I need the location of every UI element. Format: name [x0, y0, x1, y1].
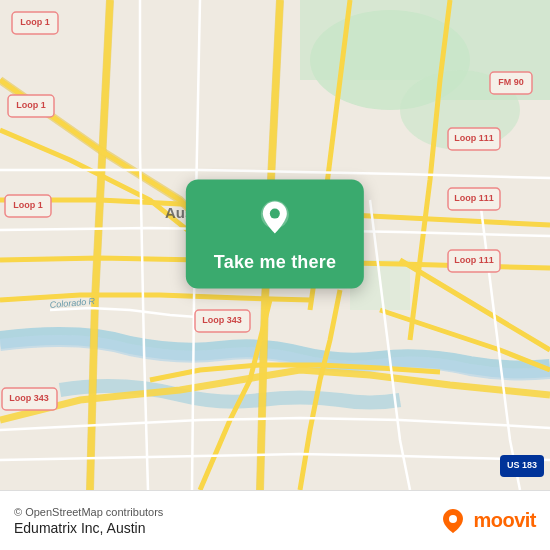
footer-left: © OpenStreetMap contributors Edumatrix I… [14, 506, 163, 536]
svg-text:Loop 343: Loop 343 [9, 393, 49, 403]
footer: © OpenStreetMap contributors Edumatrix I… [0, 490, 550, 550]
svg-point-29 [270, 209, 280, 219]
svg-rect-3 [300, 0, 420, 80]
cta-overlay[interactable]: Take me there [186, 180, 364, 289]
svg-text:FM 90: FM 90 [498, 77, 524, 87]
location-pin-icon [255, 198, 295, 242]
svg-text:Loop 1: Loop 1 [13, 200, 43, 210]
moovit-pin-icon [439, 507, 467, 535]
svg-text:Loop 1: Loop 1 [20, 17, 50, 27]
svg-text:Loop 1: Loop 1 [16, 100, 46, 110]
location-label: Edumatrix Inc, Austin [14, 520, 163, 536]
svg-point-30 [449, 515, 457, 523]
svg-text:US 183: US 183 [507, 460, 537, 470]
svg-text:Loop 343: Loop 343 [202, 315, 242, 325]
osm-credit: © OpenStreetMap contributors [14, 506, 163, 518]
moovit-logo: moovit [439, 507, 536, 535]
svg-text:Loop 111: Loop 111 [454, 133, 494, 143]
moovit-text: moovit [473, 509, 536, 532]
svg-text:Loop 111: Loop 111 [454, 255, 494, 265]
svg-text:Loop 111: Loop 111 [454, 193, 494, 203]
take-me-there-button[interactable]: Take me there [214, 252, 336, 273]
map-container: Austi Colorado R Loop 1 Loop 1 Loop 1 FM… [0, 0, 550, 490]
